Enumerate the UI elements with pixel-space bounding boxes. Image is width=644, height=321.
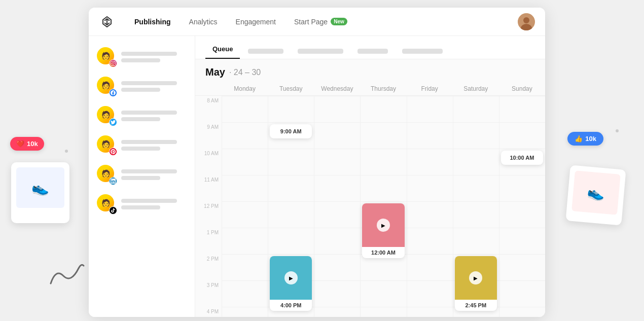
cell-r7-c5[interactable] xyxy=(407,280,453,307)
cell-r4-c6[interactable] xyxy=(453,201,499,228)
heart-icon: ❤️ xyxy=(16,140,24,148)
facebook-avatar: 🧑 xyxy=(97,77,116,96)
cell-r3-c1[interactable] xyxy=(222,175,268,201)
cell-r1-c3[interactable] xyxy=(314,122,360,149)
cell-r7-c7[interactable] xyxy=(499,280,545,307)
facebook-text xyxy=(121,81,187,92)
cell-r2-c3[interactable] xyxy=(314,149,360,175)
nav-startpage[interactable]: Start Page New xyxy=(285,14,356,30)
cell-r3-c2[interactable] xyxy=(268,175,314,201)
event-card-e1[interactable]: 9:00 AM xyxy=(270,124,312,138)
cell-r7-c4[interactable] xyxy=(360,280,406,307)
cell-r3-c5[interactable] xyxy=(407,175,453,201)
cell-r4-c5[interactable] xyxy=(407,201,453,228)
cell-r4-c1[interactable] xyxy=(222,201,268,228)
tab-placeholder-1 xyxy=(248,49,283,54)
cell-r8-c4[interactable] xyxy=(360,307,406,317)
sidebar-item-pinterest[interactable]: 🧑 xyxy=(89,130,195,160)
time-label-8: 4 PM xyxy=(195,307,222,317)
cell-r2-c6[interactable] xyxy=(453,149,499,175)
pinterest-line-1 xyxy=(121,140,177,144)
cell-r7-c1[interactable] xyxy=(222,280,268,307)
cell-r5-c3[interactable] xyxy=(314,228,360,254)
tab-queue[interactable]: Queue xyxy=(205,40,240,59)
day-friday: Friday xyxy=(407,82,453,95)
cell-r0-c3[interactable] xyxy=(314,96,360,122)
cell-r0-c5[interactable] xyxy=(407,96,453,122)
day-headers: Monday Tuesday Wednesday Thursday Friday… xyxy=(195,82,545,96)
time-label-6: 2 PM xyxy=(195,254,222,280)
cell-r5-c1[interactable] xyxy=(222,228,268,254)
event-card-e4[interactable]: 10:00 AM xyxy=(501,151,543,165)
nav-engagement[interactable]: Engagement xyxy=(227,14,285,30)
cell-r3-c4[interactable] xyxy=(360,175,406,201)
cell-r0-c2[interactable] xyxy=(268,96,314,122)
cell-r3-c3[interactable] xyxy=(314,175,360,201)
event-card-e3[interactable]: ▶4:00 PM xyxy=(270,256,312,311)
pinterest-icon xyxy=(109,148,117,156)
user-avatar[interactable] xyxy=(518,13,535,30)
cell-r0-c7[interactable] xyxy=(499,96,545,122)
nav-analytics[interactable]: Analytics xyxy=(180,14,227,30)
twitter-avatar: 🧑 xyxy=(97,106,116,125)
cell-r4-c3[interactable] xyxy=(314,201,360,228)
cell-r6-c3[interactable] xyxy=(314,254,360,280)
cell-r5-c7[interactable] xyxy=(499,228,545,254)
cell-r6-c7[interactable] xyxy=(499,254,545,280)
svg-point-3 xyxy=(523,17,529,23)
facebook-line-2 xyxy=(121,88,160,92)
cell-r1-c1[interactable] xyxy=(222,122,268,149)
deco-post-right: 👟 xyxy=(565,165,626,225)
cell-r2-c1[interactable] xyxy=(222,149,268,175)
cell-r8-c1[interactable] xyxy=(222,307,268,317)
cell-r0-c1[interactable] xyxy=(222,96,268,122)
app-logo xyxy=(99,14,115,30)
cell-r0-c6[interactable] xyxy=(453,96,499,122)
pinterest-text xyxy=(121,140,187,151)
cell-r4-c2[interactable] xyxy=(268,201,314,228)
linkedin-icon xyxy=(109,177,117,185)
nav-publishing[interactable]: Publishing xyxy=(125,14,180,30)
cell-r6-c5[interactable] xyxy=(407,254,453,280)
cell-r0-c4[interactable] xyxy=(360,96,406,122)
cell-r2-c2[interactable] xyxy=(268,149,314,175)
cell-r1-c4[interactable] xyxy=(360,122,406,149)
tiktok-line-2 xyxy=(121,205,160,209)
sidebar-item-linkedin[interactable]: 🧑 xyxy=(89,160,195,189)
sidebar-item-facebook[interactable]: 🧑 xyxy=(89,72,195,101)
cell-r2-c4[interactable] xyxy=(360,149,406,175)
dot-decoration-1 xyxy=(65,150,68,153)
cell-r8-c3[interactable] xyxy=(314,307,360,317)
time-label-1: 9 AM xyxy=(195,122,222,149)
cell-r2-c5[interactable] xyxy=(407,149,453,175)
cell-r8-c5[interactable] xyxy=(407,307,453,317)
cell-r5-c2[interactable] xyxy=(268,228,314,254)
deco-post-left: 👟 xyxy=(11,162,69,223)
cell-r7-c3[interactable] xyxy=(314,280,360,307)
like-count-right: 10k xyxy=(585,135,596,142)
dot-decoration-2 xyxy=(616,129,619,132)
cell-r5-c5[interactable] xyxy=(407,228,453,254)
day-thursday: Thursday xyxy=(360,82,406,95)
sidebar-item-twitter[interactable]: 🧑 xyxy=(89,101,195,130)
shoe-image-right: 👟 xyxy=(571,170,621,215)
tab-placeholder-3 xyxy=(357,49,388,54)
like-badge-right: 👍 10k xyxy=(567,132,603,146)
cell-r6-c1[interactable] xyxy=(222,254,268,280)
cell-r1-c7[interactable] xyxy=(499,122,545,149)
tiktok-avatar: 🧑 xyxy=(97,194,116,213)
cell-r1-c5[interactable] xyxy=(407,122,453,149)
cell-r1-c6[interactable] xyxy=(453,122,499,149)
sidebar-item-instagram[interactable]: 🧑 xyxy=(89,42,195,72)
event-card-e2[interactable]: ▶12:00 AM xyxy=(362,203,404,258)
cell-r8-c7[interactable] xyxy=(499,307,545,317)
cell-r3-c7[interactable] xyxy=(499,175,545,201)
sidebar-item-tiktok[interactable]: 🧑 xyxy=(89,189,195,219)
twitter-line-2 xyxy=(121,117,160,121)
sidebar: 🧑 🧑 xyxy=(89,36,195,317)
cell-r3-c6[interactable] xyxy=(453,175,499,201)
facebook-line-1 xyxy=(121,81,177,85)
cell-r4-c7[interactable] xyxy=(499,201,545,228)
event-card-e5[interactable]: ▶2:45 PM xyxy=(455,256,497,311)
cell-r5-c6[interactable] xyxy=(453,228,499,254)
